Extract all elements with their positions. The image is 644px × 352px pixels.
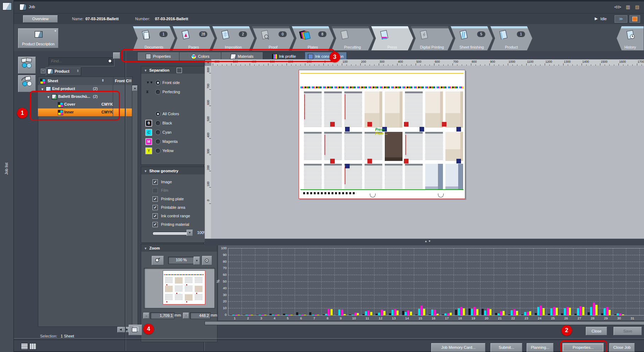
close-job-button[interactable]: Close Job xyxy=(609,343,635,352)
close-button[interactable]: Close xyxy=(586,327,607,335)
zoom-dropdown-icon[interactable]: ▼ xyxy=(194,257,200,265)
panel-menu-button[interactable] xyxy=(113,52,120,59)
workflow-step-imposition[interactable]: 2Imposition xyxy=(212,26,254,50)
overview-button[interactable]: Overview xyxy=(23,15,58,23)
separation-checkbox[interactable] xyxy=(177,68,182,73)
workflow-step-history[interactable]: History xyxy=(617,26,644,50)
product-description-button[interactable]: ▼ Product Description xyxy=(18,28,59,48)
submit-button[interactable]: Submit... xyxy=(490,343,522,352)
radio-cyan[interactable] xyxy=(155,130,161,135)
radio-front-side[interactable] xyxy=(155,80,161,85)
scroll-left-icon[interactable]: ◀ xyxy=(117,327,124,333)
ink-bar-magenta xyxy=(540,306,542,315)
tree-row-end-product[interactable]: ▼End product(2) xyxy=(38,85,132,93)
step-count-badge: 28 xyxy=(199,31,207,37)
checkbox-ink-control-range[interactable]: ✓ xyxy=(152,213,158,219)
column-divider[interactable] xyxy=(113,77,113,85)
chart-scrollbar[interactable] xyxy=(205,321,644,325)
planning-button[interactable]: Planning... xyxy=(527,343,554,352)
zoom-fit-button[interactable] xyxy=(202,256,212,265)
opacity-slider[interactable] xyxy=(152,232,190,235)
press-sheet-canvas[interactable]: PressPlate ... xyxy=(211,66,644,239)
checkbox-printable-area[interactable]: ✓ xyxy=(152,205,158,210)
workflow-step-plates[interactable]: 8Plates xyxy=(292,26,334,50)
section-collapse-icon[interactable]: ▼ xyxy=(144,247,147,250)
radio-magenta[interactable] xyxy=(155,139,161,144)
sheet-table-header[interactable]: Sheet ⇕ Front C ⊞ xyxy=(38,77,133,86)
zoom-tool-button[interactable] xyxy=(152,256,164,265)
tree-scrollbar[interactable]: ▲ xyxy=(132,85,138,327)
radio-all-colors[interactable] xyxy=(155,111,161,117)
application-icon[interactable] xyxy=(2,2,12,10)
run-button[interactable]: ≫ xyxy=(615,15,627,23)
workflow-step-precutting[interactable]: Precutting xyxy=(332,26,373,50)
opacity-slider-thumb[interactable]: ▼ xyxy=(187,230,193,236)
grid-view-icon[interactable] xyxy=(29,343,37,350)
step-count-badge: 0 xyxy=(278,31,287,37)
workflow-step-sheet-finishing[interactable]: 5Sheet finishing xyxy=(451,26,493,50)
save-button[interactable]: Save xyxy=(614,327,642,335)
pages-panel-button[interactable] xyxy=(129,325,142,335)
checkbox-printing-material[interactable]: ✓ xyxy=(152,222,158,227)
ink-bar-black xyxy=(561,313,563,315)
navigator-thumbnail[interactable] xyxy=(144,268,215,308)
h-ruler-label: -200 xyxy=(287,60,293,63)
v-ruler-label: 200 xyxy=(206,162,210,173)
expand-icon[interactable]: ▼ xyxy=(47,95,50,99)
checkbox-printing-plate[interactable]: ✓ xyxy=(152,196,158,202)
workflow-step-product[interactable]: 1Product xyxy=(490,26,532,50)
list-view-icon[interactable] xyxy=(21,343,28,350)
header-row: Overview Name: 07-03-2016-Ballett Number… xyxy=(14,13,644,25)
splitter-handle-icon[interactable]: ▲ ▼ xyxy=(424,240,431,243)
find-input[interactable] xyxy=(50,58,105,63)
workflow-step-press[interactable]: Press xyxy=(371,26,413,50)
plate-width-field[interactable]: 1,709.1 xyxy=(150,312,174,319)
scheme-view-button[interactable] xyxy=(18,75,36,92)
step-progress-strip xyxy=(371,26,413,28)
tree-row-cover[interactable]: CoverCMYK xyxy=(38,101,132,109)
chart-gridline xyxy=(228,281,644,282)
checkbox-film[interactable]: ✓ xyxy=(152,188,158,193)
sheet-view-button[interactable] xyxy=(18,57,36,74)
viewer-chart-splitter[interactable]: ▲ ▼ xyxy=(205,239,644,246)
side-label: Perfecting xyxy=(162,90,180,94)
sheet-page xyxy=(324,164,342,189)
ink-bar-yellow xyxy=(370,312,372,315)
stop-button[interactable] xyxy=(629,15,640,23)
tree-row-inner[interactable]: InnerCMYK xyxy=(38,108,132,117)
workflow-step-pages[interactable]: 28Pages xyxy=(173,26,215,50)
radio-yellow[interactable] xyxy=(155,148,161,153)
collapse-all-icon[interactable]: − xyxy=(41,69,45,73)
chart-x-tick-label: 8 xyxy=(321,316,334,320)
column-sort-icon[interactable]: ⇕ xyxy=(101,79,104,82)
plate-height-field[interactable]: 448.2 xyxy=(190,312,211,319)
checkbox-image[interactable]: ✓ xyxy=(152,179,158,185)
columns-icon[interactable]: ▥ xyxy=(626,4,630,10)
properties-button[interactable]: Properties... xyxy=(562,343,604,352)
radio-perfecting[interactable] xyxy=(155,89,161,95)
column-config-icon[interactable]: ⊞ xyxy=(129,79,132,83)
ink-bar-cyan xyxy=(590,307,592,315)
expand-icon[interactable]: ▼ xyxy=(41,88,44,91)
job-memory-card-button[interactable]: Job Memory Card... xyxy=(431,343,485,352)
workflow-step-documents[interactable]: 1Documents xyxy=(133,26,175,50)
chart-gridline xyxy=(507,248,507,315)
zoom-value-field[interactable]: 100 % xyxy=(168,257,194,264)
workflow-step-proof[interactable]: 0Proof xyxy=(252,26,294,50)
cascade-icon[interactable]: ▨ xyxy=(635,4,639,10)
scroll-up-icon[interactable]: ▲ xyxy=(132,85,138,91)
split-view-icon[interactable]: ⊲⊳ xyxy=(614,4,622,10)
workflow-step-digital-printing[interactable]: Digital Printing xyxy=(411,26,453,50)
tab-properties[interactable]: Properties xyxy=(137,52,179,61)
scope-dropdown[interactable]: Product ⇕ xyxy=(46,67,81,76)
section-collapse-icon[interactable]: ▼ xyxy=(144,69,147,72)
search-icon[interactable] xyxy=(107,58,113,64)
section-collapse-icon[interactable]: ▼ xyxy=(144,169,147,173)
radio-black[interactable] xyxy=(155,121,161,126)
splitter-tree-props[interactable] xyxy=(125,51,126,351)
press-sheet[interactable]: PressPlate ... xyxy=(299,70,465,199)
tree-row-ballett-brosch-[interactable]: ▼Ballett Broschü...(2) xyxy=(38,93,132,101)
job-list-tab[interactable]: Job list xyxy=(4,152,9,175)
chart-gridline xyxy=(639,248,640,315)
chart-x-tick-label: 18 xyxy=(453,316,467,320)
